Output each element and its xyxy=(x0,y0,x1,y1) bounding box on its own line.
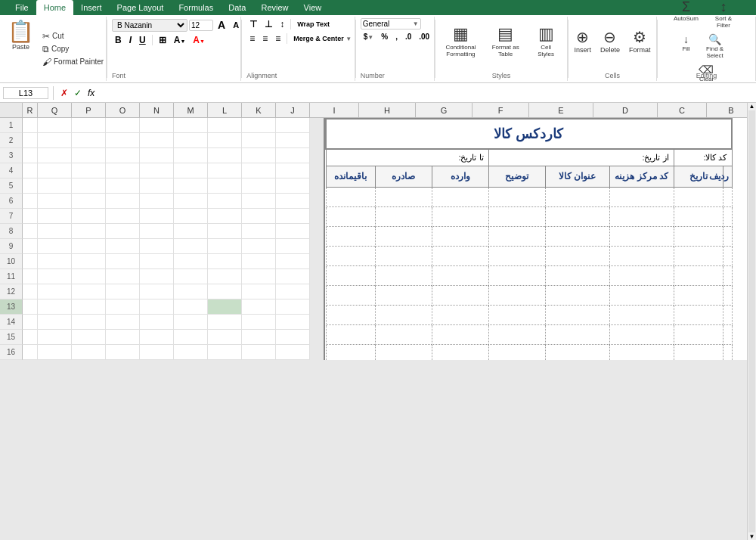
cell-L4[interactable] xyxy=(208,163,242,178)
cell-K13[interactable] xyxy=(242,299,276,315)
cell-N7[interactable] xyxy=(140,209,174,224)
cell-L9[interactable] xyxy=(208,239,242,254)
data-cell[interactable] xyxy=(488,324,545,344)
italic-button[interactable]: I xyxy=(126,34,135,46)
insert-function-button[interactable]: fx xyxy=(85,87,97,99)
insert-button[interactable]: ⊕ Insert xyxy=(571,26,594,55)
formula-input[interactable] xyxy=(100,88,753,98)
data-cell[interactable] xyxy=(723,226,732,246)
cell-R4[interactable] xyxy=(23,163,38,178)
data-cell[interactable] xyxy=(545,265,609,285)
cell-N4[interactable] xyxy=(140,163,174,178)
copy-button[interactable]: ⧉ Copy xyxy=(40,43,106,55)
col-header-G[interactable]: G xyxy=(416,103,472,117)
cell-Q15[interactable] xyxy=(38,330,72,345)
cell-J3[interactable] xyxy=(276,148,310,163)
font-size-input[interactable] xyxy=(189,20,213,31)
cell-K6[interactable] xyxy=(242,194,276,209)
fill-color-button[interactable]: A▼ xyxy=(171,34,189,46)
cell-L6[interactable] xyxy=(208,194,242,209)
cell-N6[interactable] xyxy=(140,194,174,209)
align-middle-button[interactable]: ⊥ xyxy=(262,18,275,30)
cell-J16[interactable] xyxy=(276,345,310,360)
cell-J5[interactable] xyxy=(276,178,310,194)
data-cell[interactable] xyxy=(609,265,674,285)
cell-reference-box[interactable] xyxy=(3,87,48,99)
cell-M7[interactable] xyxy=(174,209,208,224)
cell-Q4[interactable] xyxy=(38,163,72,178)
data-cell[interactable] xyxy=(545,246,609,265)
cell-J10[interactable] xyxy=(276,254,310,269)
col-header-N[interactable]: N xyxy=(140,103,174,117)
row-num-6[interactable]: 6 xyxy=(0,194,23,209)
data-cell[interactable] xyxy=(609,206,674,226)
cell-N5[interactable] xyxy=(140,178,174,194)
data-cell[interactable] xyxy=(545,206,609,226)
data-cell[interactable] xyxy=(723,265,732,285)
data-cell[interactable] xyxy=(674,344,723,360)
col-header-F[interactable]: F xyxy=(472,103,529,117)
cell-P8[interactable] xyxy=(72,224,106,239)
cell-Q13[interactable] xyxy=(38,299,72,315)
row-num-11[interactable]: 11 xyxy=(0,269,23,284)
cell-J15[interactable] xyxy=(276,330,310,345)
data-cell[interactable] xyxy=(326,344,375,360)
cell-R14[interactable] xyxy=(23,315,38,330)
row-num-5[interactable]: 5 xyxy=(0,178,23,194)
cell-K5[interactable] xyxy=(242,178,276,194)
decrease-decimal-button[interactable]: .00 xyxy=(416,32,432,42)
cell-M1[interactable] xyxy=(174,118,208,133)
cell-J13[interactable] xyxy=(276,299,310,315)
align-bottom-button[interactable]: ↕ xyxy=(277,18,287,30)
data-cell[interactable] xyxy=(326,226,375,246)
cell-P1[interactable] xyxy=(72,118,106,133)
cell-J4[interactable] xyxy=(276,163,310,178)
data-cell[interactable] xyxy=(432,344,488,360)
cell-N16[interactable] xyxy=(140,345,174,360)
cell-R16[interactable] xyxy=(23,345,38,360)
cell-J1[interactable] xyxy=(276,118,310,133)
cell-P16[interactable] xyxy=(72,345,106,360)
row-num-7[interactable]: 7 xyxy=(0,209,23,224)
cell-O10[interactable] xyxy=(106,254,140,269)
cell-R9[interactable] xyxy=(23,239,38,254)
data-cell[interactable] xyxy=(375,265,432,285)
col-header-I[interactable]: I xyxy=(310,103,359,117)
cell-Q11[interactable] xyxy=(38,269,72,284)
tab-formulas[interactable]: Formulas xyxy=(171,0,221,15)
cell-P15[interactable] xyxy=(72,330,106,345)
corner-cell[interactable] xyxy=(0,103,23,117)
cell-N10[interactable] xyxy=(140,254,174,269)
cell-R3[interactable] xyxy=(23,148,38,163)
cell-Q3[interactable] xyxy=(38,148,72,163)
tab-file[interactable]: File xyxy=(8,0,36,15)
cell-L2[interactable] xyxy=(208,133,242,148)
increase-font-size-button[interactable]: A xyxy=(215,18,228,32)
align-top-button[interactable]: ⊤ xyxy=(246,18,260,30)
cell-O16[interactable] xyxy=(106,345,140,360)
cell-L8[interactable] xyxy=(208,224,242,239)
cell-R11[interactable] xyxy=(23,269,38,284)
cell-L10[interactable] xyxy=(208,254,242,269)
cell-R7[interactable] xyxy=(23,209,38,224)
cell-K9[interactable] xyxy=(242,239,276,254)
delete-button[interactable]: ⊖ Delete xyxy=(597,26,623,55)
cell-O4[interactable] xyxy=(106,163,140,178)
cell-P2[interactable] xyxy=(72,133,106,148)
cell-L11[interactable] xyxy=(208,269,242,284)
data-cell[interactable] xyxy=(609,226,674,246)
cell-P7[interactable] xyxy=(72,209,106,224)
data-cell[interactable] xyxy=(488,226,545,246)
cell-R2[interactable] xyxy=(23,133,38,148)
cell-N9[interactable] xyxy=(140,239,174,254)
row-num-8[interactable]: 8 xyxy=(0,224,23,239)
autosum-button[interactable]: Σ AutoSum xyxy=(671,0,702,30)
data-cell[interactable] xyxy=(545,187,609,206)
data-cell[interactable] xyxy=(609,324,674,344)
data-cell[interactable] xyxy=(488,344,545,360)
comma-button[interactable]: , xyxy=(392,32,401,42)
cell-Q5[interactable] xyxy=(38,178,72,194)
data-cell[interactable] xyxy=(609,187,674,206)
cell-Q10[interactable] xyxy=(38,254,72,269)
cell-styles-button[interactable]: ▥ Cell Styles xyxy=(529,23,562,59)
